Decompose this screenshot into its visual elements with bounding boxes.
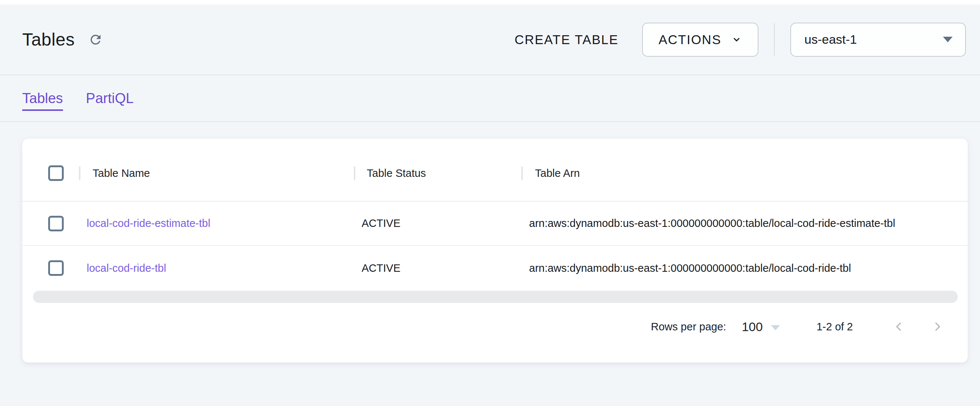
table-arn-cell: arn:aws:dynamodb:us-east-1:000000000000:… [521,217,968,230]
table-name-link[interactable]: local-cod-ride-tbl [87,262,166,274]
status-badge: ACTIVE [362,262,401,274]
table-status-cell: ACTIVE [354,262,521,274]
tabs-bar: Tables PartiQL [0,75,980,122]
row-checkbox[interactable] [48,216,64,231]
row-checkbox-cell [22,216,79,231]
actions-button[interactable]: ACTIONS [642,22,759,57]
rows-per-page-select[interactable]: 100 [742,320,780,334]
create-table-button[interactable]: CREATE TABLE [515,32,619,47]
main-content: Table Name Table Status Table Arn local-… [0,122,980,363]
column-header-table-arn: Table Arn [523,167,968,179]
pagination-range-label: 1-2 of 2 [817,321,853,333]
row-checkbox-cell [22,260,79,276]
page-header: Tables CREATE TABLE ACTIONS [0,5,980,75]
previous-page-button[interactable] [890,318,908,336]
pagination-bar: Rows per page: 100 1-2 of 2 [22,303,968,363]
refresh-icon [88,32,103,47]
triangle-down-icon [771,325,780,330]
actions-button-label: ACTIONS [659,32,721,47]
triangle-down-icon [943,37,953,42]
row-checkbox[interactable] [48,260,64,276]
tab-tables[interactable]: Tables [22,91,63,111]
tables-card: Table Name Table Status Table Arn local-… [22,139,968,363]
status-badge: ACTIVE [362,217,401,229]
horizontal-scrollbar[interactable] [33,291,958,303]
page-title: Tables [22,29,75,50]
table-arn-cell: arn:aws:dynamodb:us-east-1:000000000000:… [521,262,968,274]
tab-partiql[interactable]: PartiQL [86,91,134,106]
top-strip [0,0,980,5]
chevron-right-icon [930,320,945,334]
rows-per-page-value: 100 [742,320,763,334]
rows-per-page-label: Rows per page: [651,321,726,333]
table-name-cell: local-cod-ride-estimate-tbl [79,217,354,230]
region-select-value: us-east-1 [804,32,857,47]
refresh-button[interactable] [88,32,103,47]
table-status-cell: ACTIVE [354,217,521,230]
next-page-button[interactable] [929,318,946,336]
header-checkbox-cell [22,165,79,181]
region-select[interactable]: us-east-1 [790,22,966,57]
header-controls: CREATE TABLE ACTIONS us-east-1 [515,22,966,57]
tables-page: Tables CREATE TABLE ACTIONS [0,0,980,406]
chevron-left-icon [892,320,906,334]
table-row: local-cod-ride-estimate-tbl ACTIVE arn:a… [22,202,968,246]
table-name-link[interactable]: local-cod-ride-estimate-tbl [87,217,210,229]
table-header-row: Table Name Table Status Table Arn [22,139,968,202]
select-all-checkbox[interactable] [48,165,64,181]
table-name-cell: local-cod-ride-tbl [79,262,354,274]
table-row: local-cod-ride-tbl ACTIVE arn:aws:dynamo… [22,246,968,290]
column-header-table-status: Table Status [355,167,521,179]
title-group: Tables [22,29,103,50]
column-header-table-name: Table Name [80,167,354,179]
chevron-down-icon [731,34,742,45]
header-vertical-divider [774,23,775,56]
